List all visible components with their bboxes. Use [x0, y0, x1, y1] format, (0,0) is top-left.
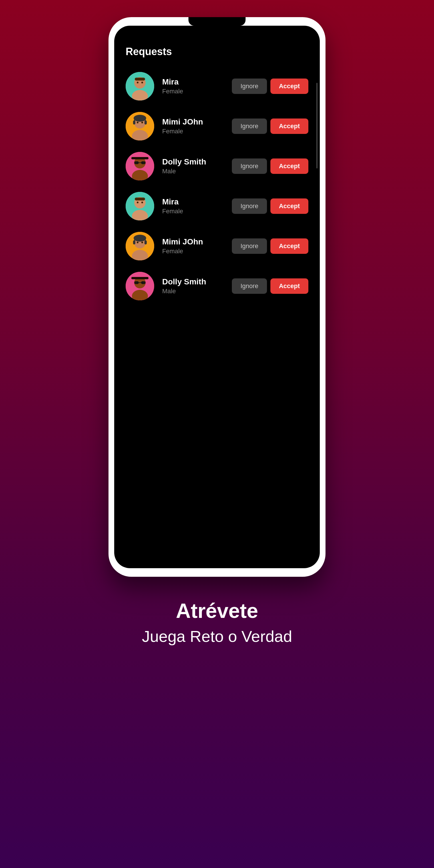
- headline-title: Atrévete: [108, 599, 326, 622]
- request-list: Mira Female Ignore Accept: [126, 72, 308, 300]
- person-gender: Female: [162, 248, 203, 255]
- accept-button[interactable]: Accept: [270, 278, 308, 294]
- person-name: Dolly Smith: [162, 157, 206, 166]
- bottom-section: Atrévete Juega Reto o Verdad: [108, 599, 326, 669]
- request-info: Mira Female: [126, 72, 183, 100]
- svg-point-11: [137, 122, 138, 123]
- phone-notch: [188, 17, 246, 26]
- person-details: Mira Female: [162, 78, 183, 95]
- svg-point-34: [137, 242, 138, 243]
- svg-point-28: [137, 202, 138, 203]
- ignore-button[interactable]: Ignore: [232, 158, 267, 174]
- avatar: [126, 112, 154, 141]
- request-actions: Ignore Accept: [232, 198, 308, 214]
- phone-wrapper: Requests: [108, 17, 326, 577]
- person-gender: Female: [162, 88, 183, 95]
- person-name: Mira: [162, 197, 183, 207]
- request-actions: Ignore Accept: [232, 79, 308, 94]
- svg-rect-13: [133, 121, 135, 124]
- avatar: [126, 152, 154, 181]
- accept-button[interactable]: Accept: [270, 158, 308, 174]
- svg-rect-37: [145, 240, 147, 244]
- request-actions: Ignore Accept: [232, 278, 308, 294]
- svg-rect-23: [131, 157, 149, 159]
- person-name: Mimi JOhn: [162, 117, 203, 126]
- request-actions: Ignore Accept: [232, 158, 308, 174]
- ignore-button[interactable]: Ignore: [232, 278, 267, 294]
- avatar: [126, 232, 154, 260]
- avatar: [126, 192, 154, 220]
- svg-rect-36: [133, 240, 135, 244]
- svg-point-5: [137, 82, 138, 83]
- request-item: Dolly Smith Male Ignore Accept: [126, 272, 308, 300]
- avatar: [126, 72, 154, 100]
- person-gender: Male: [162, 167, 206, 175]
- person-gender: Female: [162, 208, 183, 215]
- person-details: Mira Female: [162, 197, 183, 215]
- request-item: Mira Female Ignore Accept: [126, 72, 308, 100]
- request-item: Dolly Smith Male Ignore Accept: [126, 152, 308, 181]
- request-info: Mira Female: [126, 192, 183, 220]
- requests-title: Requests: [126, 43, 308, 58]
- request-item: Mimi JOhn Female Ignore Accept: [126, 112, 308, 141]
- person-name: Mimi JOhn: [162, 237, 203, 246]
- svg-rect-20: [134, 161, 139, 164]
- request-actions: Ignore Accept: [232, 239, 308, 254]
- svg-point-35: [141, 242, 143, 243]
- svg-rect-43: [134, 281, 139, 284]
- svg-rect-27: [135, 197, 145, 200]
- person-gender: Male: [162, 287, 206, 295]
- request-actions: Ignore Accept: [232, 119, 308, 134]
- request-info: Dolly Smith Male: [126, 152, 206, 181]
- person-details: Dolly Smith Male: [162, 157, 206, 175]
- accept-button[interactable]: Accept: [270, 119, 308, 134]
- request-info: Mimi JOhn Female: [126, 232, 203, 260]
- ignore-button[interactable]: Ignore: [232, 79, 267, 94]
- request-info: Dolly Smith Male: [126, 272, 206, 300]
- svg-rect-46: [131, 277, 149, 279]
- request-item: Mimi JOhn Female Ignore Accept: [126, 232, 308, 260]
- svg-rect-44: [141, 281, 146, 284]
- accept-button[interactable]: Accept: [270, 79, 308, 94]
- accept-button[interactable]: Accept: [270, 239, 308, 254]
- person-details: Mimi JOhn Female: [162, 237, 203, 255]
- request-item: Mira Female Ignore Accept: [126, 192, 308, 220]
- svg-point-6: [141, 82, 143, 83]
- person-name: Mira: [162, 78, 183, 87]
- ignore-button[interactable]: Ignore: [232, 198, 267, 214]
- accept-button[interactable]: Accept: [270, 198, 308, 214]
- svg-point-29: [141, 202, 143, 203]
- person-details: Dolly Smith Male: [162, 277, 206, 295]
- avatar: [126, 272, 154, 300]
- svg-point-12: [141, 122, 143, 123]
- svg-rect-4: [135, 78, 145, 81]
- request-info: Mimi JOhn Female: [126, 112, 203, 141]
- svg-rect-14: [145, 121, 147, 124]
- scrollbar[interactable]: [316, 83, 317, 168]
- ignore-button[interactable]: Ignore: [232, 119, 267, 134]
- phone-screen: Requests: [114, 26, 320, 568]
- person-gender: Female: [162, 128, 203, 135]
- ignore-button[interactable]: Ignore: [232, 239, 267, 254]
- person-details: Mimi JOhn Female: [162, 117, 203, 135]
- svg-rect-21: [141, 161, 146, 164]
- headline-subtitle: Juega Reto o Verdad: [108, 627, 326, 646]
- person-name: Dolly Smith: [162, 277, 206, 286]
